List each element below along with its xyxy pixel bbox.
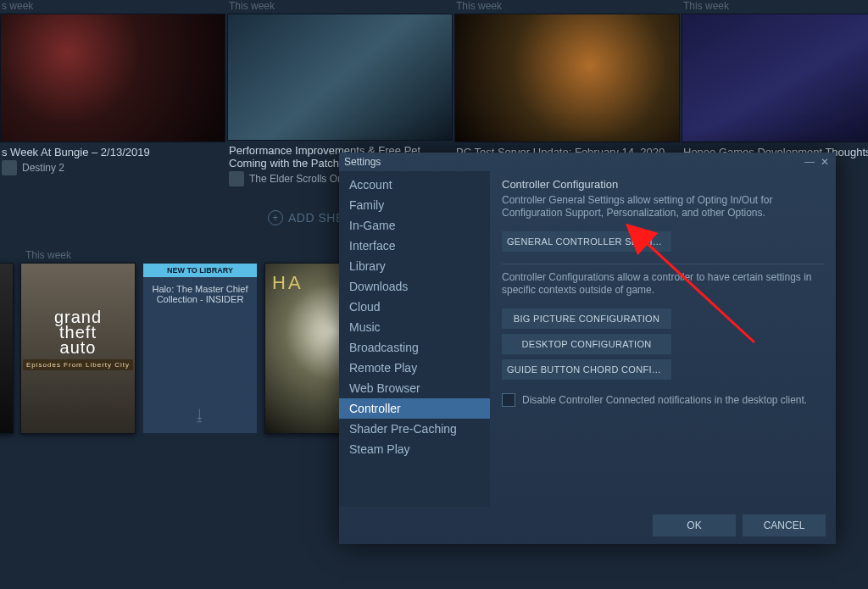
news-time: This week [227,0,451,14]
library-download-tile[interactable]: NEW TO LIBRARY Halo: The Master Chief Co… [142,263,258,434]
nav-item-shader-pre-caching[interactable]: Shader Pre-Caching [339,419,490,439]
nav-item-library[interactable]: Library [339,256,490,276]
plus-icon: + [268,210,283,225]
ok-button[interactable]: OK [653,514,736,536]
divider [502,264,824,264]
settings-title: Settings [344,156,381,168]
close-icon[interactable]: ✕ [819,156,831,168]
section-heading: Controller Configuration [502,178,824,191]
big-picture-config-button[interactable]: BIG PICTURE CONFIGURATION [502,308,671,329]
game-cover-gta[interactable]: grand theft auto Episodes From Liberty C… [20,263,136,434]
game-cover[interactable] [0,263,14,434]
disable-notifications-checkbox[interactable] [502,393,515,407]
news-title: s Week At Bungie – 2/13/2019 [0,142,224,158]
news-thumb [227,14,453,141]
library-tile-title: Halo: The Master Chief Collection - INSI… [150,284,250,304]
nav-item-interface[interactable]: Interface [339,236,490,256]
cancel-button[interactable]: CANCEL [743,514,826,536]
news-time: This week [454,0,678,14]
news-time: s week [0,0,224,14]
general-controller-settings-button[interactable]: GENERAL CONTROLLER SETTINGS [502,231,671,252]
nav-item-downloads[interactable]: Downloads [339,276,490,297]
nav-item-family[interactable]: Family [339,195,490,215]
checkbox-label: Disable Controller Connected notificatio… [522,394,807,406]
news-source: Destiny 2 [0,158,224,175]
nav-item-account[interactable]: Account [339,175,490,195]
section-description: Controller General Settings allow settin… [502,194,824,219]
guide-button-config-button[interactable]: GUIDE BUTTON CHORD CONFIGURATI... [502,359,671,380]
news-card-1[interactable]: s week s Week At Bungie – 2/13/2019 Dest… [0,0,224,186]
new-to-library-badge: NEW TO LIBRARY [143,264,257,277]
desktop-config-button[interactable]: DESKTOP CONFIGURATION [502,334,671,354]
settings-nav: AccountFamilyIn-GameInterfaceLibraryDown… [339,171,490,507]
news-thumb [454,14,680,142]
nav-item-web-browser[interactable]: Web Browser [339,378,490,398]
nav-item-in-game[interactable]: In-Game [339,215,490,236]
settings-content: Controller Configuration Controller Gene… [490,171,836,507]
news-time: This week [682,0,868,14]
nav-item-cloud[interactable]: Cloud [339,297,490,317]
game-icon [229,171,244,186]
nav-item-music[interactable]: Music [339,317,490,337]
game-icon [2,160,17,175]
game-logo: grand theft auto Episodes From Liberty C… [21,309,135,370]
news-thumb [0,14,225,142]
nav-item-controller[interactable]: Controller [339,398,490,419]
game-logo: HA [272,272,303,294]
news-thumb [682,14,868,142]
nav-item-remote-play[interactable]: Remote Play [339,358,490,378]
section-description: Controller Configurations allow a contro… [502,271,824,297]
settings-window: Settings — ✕ AccountFamilyIn-GameInterfa… [339,153,836,544]
settings-titlebar[interactable]: Settings — ✕ [339,153,836,171]
download-icon: ⭳ [143,407,257,425]
minimize-icon[interactable]: — [804,156,815,168]
nav-item-broadcasting[interactable]: Broadcasting [339,337,490,358]
shelf-heading: This week [25,249,71,261]
nav-item-steam-play[interactable]: Steam Play [339,439,490,459]
